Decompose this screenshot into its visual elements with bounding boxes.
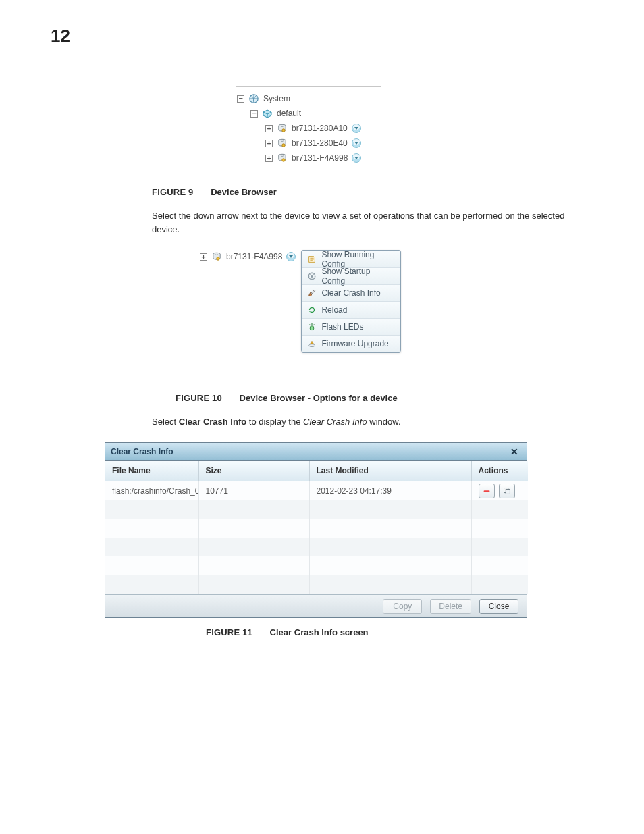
window-title: Clear Crash Info (111, 447, 173, 457)
context-menu-item-label: Clear Crash Info (321, 288, 380, 298)
domain-icon (262, 108, 273, 119)
col-size[interactable]: Size (198, 461, 309, 481)
tree-node-label: default (277, 109, 301, 118)
globe-icon (248, 93, 259, 104)
device-dropdown-trigger[interactable] (352, 153, 361, 163)
flash-leds-icon (307, 322, 317, 332)
context-menu-item-label: Show Running Config (321, 250, 395, 269)
row-copy-button[interactable] (499, 484, 515, 498)
copy-icon (502, 486, 512, 496)
device-dropdown-trigger[interactable] (286, 252, 296, 261)
tree-node-label: System (263, 94, 290, 103)
expander-icon[interactable] (200, 253, 207, 261)
context-menu-item[interactable]: Show Running Config (302, 251, 400, 267)
context-menu-item[interactable]: Clear Crash Info (302, 284, 400, 301)
figure-label: FIGURE 9 (152, 187, 194, 197)
reload-icon (307, 305, 317, 315)
clear-crash-icon (307, 288, 317, 298)
context-menu-item-label: Reload (321, 305, 347, 315)
tree-node-device[interactable]: br7131-280A10 (236, 121, 381, 136)
cell-last-modified: 2012-02-23 04:17:39 (309, 481, 471, 500)
clear-crash-info-window: Clear Crash Info ✕ File Name Size Last M… (105, 442, 527, 618)
context-menu-item-label: Firmware Upgrade (321, 339, 388, 348)
device-context-menu: Show Running ConfigShow Startup ConfigCl… (301, 250, 401, 353)
figure10-caption: FIGURE 10 Device Browser - Options for a… (176, 393, 566, 403)
text-fragment: window. (367, 417, 401, 427)
tree-node-system[interactable]: System (236, 91, 381, 106)
table-row[interactable] (105, 500, 528, 519)
tree-node-device[interactable]: br7131-F4A998 (200, 250, 296, 263)
context-menu-item[interactable]: Flash LEDs (302, 318, 400, 335)
cell-size: 10771 (198, 481, 309, 500)
table-row[interactable] (105, 556, 528, 575)
crash-info-table: File Name Size Last Modified Actions fla… (105, 461, 528, 594)
minus-icon (482, 486, 491, 496)
tree-node-device[interactable]: br7131-280E40 (236, 136, 381, 151)
window-titlebar[interactable]: Clear Crash Info ✕ (105, 443, 527, 461)
table-row[interactable]: flash:/crashinfo/Crash_001.txt107712012-… (105, 481, 528, 500)
paragraph-2: Select Clear Crash Info to display the C… (152, 415, 566, 429)
table-row[interactable] (105, 519, 528, 538)
device-icon (277, 153, 288, 163)
startup-config-icon (307, 271, 317, 281)
paragraph-1: Select the down arrow next to the device… (152, 209, 566, 236)
tree-node-device[interactable]: br7131-F4A998 (236, 151, 381, 165)
figure10-illustration: br7131-F4A998 Show Running ConfigShow St… (200, 250, 417, 353)
expander-icon[interactable] (250, 110, 258, 118)
device-dropdown-trigger[interactable] (352, 138, 361, 148)
context-menu-item-label: Flash LEDs (321, 322, 363, 332)
text-italic: Clear Crash Info (303, 417, 367, 427)
tree-node-label: br7131-280A10 (292, 124, 348, 133)
figure-label: FIGURE 11 (206, 627, 252, 637)
device-icon (211, 251, 222, 262)
table-row[interactable] (105, 575, 528, 594)
context-menu-item[interactable]: Firmware Upgrade (302, 335, 400, 352)
cell-actions (471, 481, 528, 500)
row-delete-button[interactable] (479, 484, 495, 498)
firmware-upgrade-icon (307, 339, 317, 348)
table-row[interactable] (105, 538, 528, 556)
figure-title: Device Browser (211, 187, 277, 197)
context-menu-item[interactable]: Show Startup Config (302, 267, 400, 284)
col-actions: Actions (471, 461, 528, 481)
expander-icon[interactable] (237, 95, 244, 103)
text-fragment: Select (152, 417, 179, 427)
cell-file-name: flash:/crashinfo/Crash_001.txt (105, 481, 198, 500)
col-file-name[interactable]: File Name (105, 461, 198, 481)
figure11-caption: FIGURE 11 Clear Crash Info screen (206, 627, 566, 637)
close-button[interactable]: Close (479, 599, 518, 614)
device-icon (277, 123, 288, 134)
page-number: 12 (51, 27, 566, 45)
copy-button[interactable]: Copy (383, 599, 422, 614)
text-bold: Clear Crash Info (179, 417, 246, 427)
text-fragment: to display the (246, 417, 303, 427)
tree-node-label: br7131-F4A998 (226, 252, 282, 261)
figure-title: Device Browser - Options for a device (240, 393, 398, 403)
device-icon (277, 138, 288, 149)
tree-node-default[interactable]: default (236, 106, 381, 121)
figure-label: FIGURE 10 (176, 393, 222, 403)
figure9-caption: FIGURE 9 Device Browser (152, 187, 566, 197)
figure-title: Clear Crash Info screen (270, 627, 369, 637)
expander-icon[interactable] (265, 140, 273, 147)
expander-icon[interactable] (265, 155, 273, 162)
device-list-container: br7131-280A10br7131-280E40br7131-F4A998 (236, 121, 381, 165)
tree-node-label: br7131-280E40 (292, 138, 348, 148)
delete-button[interactable]: Delete (430, 599, 471, 614)
table-header-row: File Name Size Last Modified Actions (105, 461, 528, 481)
window-footer: Copy Delete Close (105, 594, 527, 617)
context-menu-item-label: Show Startup Config (321, 267, 395, 286)
expander-icon[interactable] (265, 125, 273, 132)
tree-node-label: br7131-F4A998 (292, 153, 348, 163)
device-dropdown-trigger[interactable] (352, 124, 361, 133)
col-last-modified[interactable]: Last Modified (309, 461, 471, 481)
close-icon[interactable]: ✕ (508, 446, 521, 458)
context-menu-item[interactable]: Reload (302, 301, 400, 318)
device-tree: System default br7131-280A10br7131-280E4… (236, 86, 381, 168)
running-config-icon (307, 255, 317, 264)
